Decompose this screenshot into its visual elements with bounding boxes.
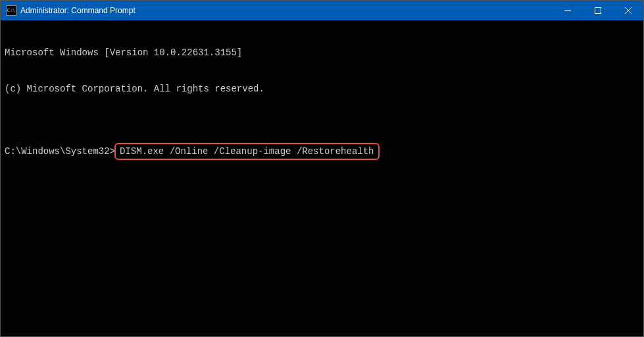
terminal-output-line: (c) Microsoft Corporation. All rights re… bbox=[5, 83, 639, 95]
window-controls bbox=[553, 1, 643, 20]
titlebar-left: C:\ Administrator: Command Prompt bbox=[1, 5, 136, 16]
svg-rect-1 bbox=[595, 8, 601, 14]
terminal-prompt-line: C:\Windows\System32>DISM.exe /Online /Cl… bbox=[5, 143, 639, 160]
terminal-body[interactable]: Microsoft Windows [Version 10.0.22631.31… bbox=[1, 20, 643, 336]
terminal-output-line: Microsoft Windows [Version 10.0.22631.31… bbox=[5, 47, 639, 59]
minimize-button[interactable] bbox=[553, 1, 583, 20]
close-button[interactable] bbox=[613, 1, 643, 20]
cmd-icon: C:\ bbox=[6, 5, 16, 16]
command-prompt-window: C:\ Administrator: Command Prompt Micros… bbox=[0, 0, 644, 337]
titlebar[interactable]: C:\ Administrator: Command Prompt bbox=[1, 1, 643, 20]
highlighted-command: DISM.exe /Online /Cleanup-image /Restore… bbox=[114, 143, 379, 160]
maximize-button[interactable] bbox=[583, 1, 613, 20]
window-title: Administrator: Command Prompt bbox=[20, 6, 136, 15]
terminal-prompt: C:\Windows\System32> bbox=[5, 145, 115, 157]
terminal-command-text: DISM.exe /Online /Cleanup-image /Restore… bbox=[120, 146, 374, 157]
